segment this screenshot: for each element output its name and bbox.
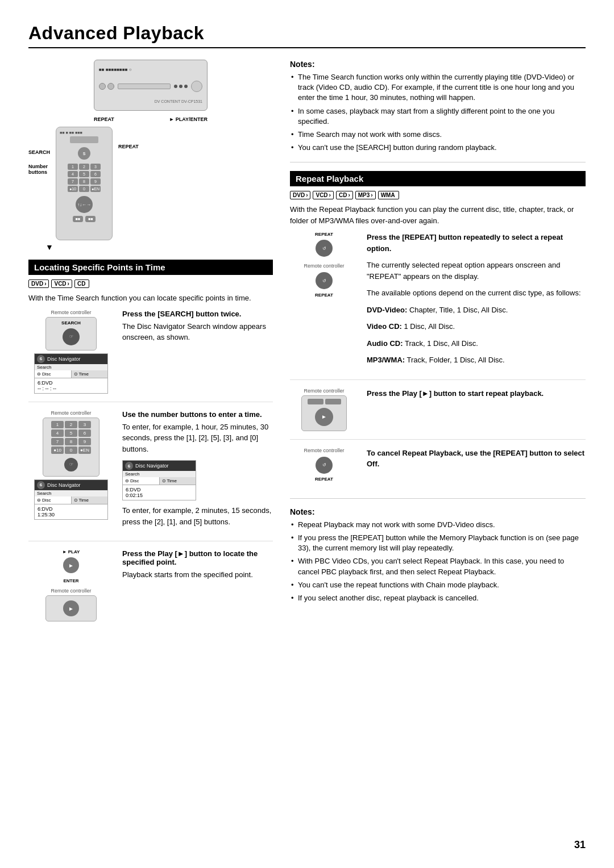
step2-body2: To enter, for example, 2 minutes, 15 sec… [122, 505, 273, 527]
note-4: You can't use the [SEARCH] button during… [290, 143, 586, 153]
rstep2-remote-box: ► [301, 395, 347, 431]
rstep3-repeat-label: REPEAT [315, 477, 333, 482]
remote-controller-device: ■■ ■ ■■ ■■■ S 1 2 3 4 5 6 7 8 9 ●10 [56, 127, 113, 240]
rc-status-row: ■■ ■ ■■ ■■■ [60, 131, 82, 135]
n7: 7 [51, 438, 64, 445]
step1-nav-tabs: ⊖ Disc ⊙ Time [35, 370, 107, 378]
step2-nav-sub1: Search [35, 490, 107, 496]
rstep1-repeat-label: REPEAT [315, 232, 333, 237]
device-inputs [99, 83, 114, 90]
n1: 1 [51, 421, 64, 428]
repeat-step-3: Remote controller ↺ REPEAT To cancel Rep… [290, 448, 586, 490]
play-enter-label: ► PLAY/ENTER [169, 116, 208, 122]
notes-divider [290, 162, 586, 162]
device-labels: REPEAT ► PLAY/ENTER [94, 116, 208, 122]
arrow-indicator: ▼ [45, 243, 273, 252]
rstep2-right: Press the Play [►] button to start repea… [367, 388, 586, 431]
step-2-left: Remote controller 1 2 3 4 5 6 7 8 9 ●10 … [28, 410, 114, 533]
remote-area: SEARCH Numberbuttons ■■ ■ ■■ ■■■ S 1 2 3… [28, 127, 273, 240]
step2-disc-nav-1: 6 Disc Navigator Search ⊖ Disc ⊙ Time 6:… [34, 479, 108, 520]
step-2-row: Remote controller 1 2 3 4 5 6 7 8 9 ●10 … [28, 410, 273, 542]
step2-tab-disc1: ⊖ Disc [35, 496, 72, 504]
rc-misc-btn2: ■■ [85, 216, 96, 222]
rstep1-acd-detail: Audio CD: Track, 1 Disc, All Disc. [367, 338, 586, 349]
rstep1-left: REPEAT ↺ Remote controller ↺ REPEAT [290, 232, 358, 372]
rstep1-mp3-detail: MP3/WMA: Track, Folder, 1 Disc, All Disc… [367, 354, 586, 366]
note-3: Time Search may not work with some discs… [290, 130, 586, 140]
step2-nav-title1: Disc Navigator [47, 482, 81, 488]
rc-bottom-row: ■■ ■■ [73, 216, 96, 222]
rc-num-4: 4 [68, 171, 78, 177]
note-1: The Time Search function works only with… [290, 72, 586, 103]
acd-label: Audio CD: [367, 339, 403, 348]
step1-nav-header: 6 Disc Navigator [35, 354, 107, 364]
locating-intro: With the Time Search function you can lo… [28, 293, 273, 304]
step2-time-val1: 1:25:30 [38, 512, 105, 518]
step2-disc-nav-2: 6 Disc Navigator Search ⊖ Disc ⊙ Time 6:… [122, 460, 196, 500]
repeat-label: REPEAT [94, 116, 114, 122]
rstep2-play-btn: ► [315, 408, 333, 426]
step1-nav-subtitle: Search [35, 364, 107, 370]
n9: 9 [78, 438, 91, 445]
left-labels: SEARCH Numberbuttons [28, 127, 50, 175]
bnote-4: You can't use the repeat functions with … [290, 580, 586, 590]
badge-dvd: DVD [28, 279, 49, 288]
step1-nav-title: Disc Navigator [47, 356, 81, 362]
rstep2-left: Remote controller ► [290, 388, 358, 431]
n10: ●10 [51, 446, 64, 454]
device-illustration: ■■ ■■■■■■■■ ○ DV CONTENT DV-CP1531 [28, 60, 273, 252]
rstep2-btn1 [308, 399, 323, 404]
rstep3-right: To cancel Repeat Playback, use the [REPE… [367, 448, 586, 482]
rstep3-title-bold: To cancel Repeat Playback, use the [REPE… [367, 449, 584, 469]
rc-search-btn: S [78, 147, 90, 160]
n6: 6 [78, 429, 91, 437]
step-1-left: Remote controller SEARCH ☞ 6 Disc Naviga… [28, 310, 114, 394]
step2-nav-sub2: Search [123, 471, 196, 477]
step1-tab-time: ⊙ Time [72, 370, 108, 378]
n2: 2 [65, 421, 77, 428]
repeat-step-1: REPEAT ↺ Remote controller ↺ REPEAT Pres… [290, 232, 586, 380]
note-2: In some cases, playback may start from a… [290, 106, 586, 127]
repeat-badge-mp3: MP3 [355, 191, 376, 199]
device-buttons [174, 85, 188, 88]
rstep1-remote-btn: ↺ [316, 272, 333, 289]
play-label: ► PLAY [63, 549, 80, 554]
badge-vcd: VCD [51, 279, 72, 288]
device-dot1 [174, 85, 177, 88]
rstep1-body: The currently selected repeat option app… [367, 260, 586, 282]
disc-icon2: ⊖ [125, 478, 129, 483]
rstep1-btn: ↺ [316, 240, 333, 257]
rstep2-title: Press the Play [►] button to start repea… [367, 388, 586, 399]
left-column: ■■ ■■■■■■■■ ○ DV CONTENT DV-CP1531 [28, 60, 273, 637]
rstep1-right: Press the [REPEAT] button repeatedly to … [367, 232, 586, 372]
step1-body: The Disc Navigator Search window appears… [122, 321, 273, 343]
repeat-badge-dvd: DVD [290, 191, 310, 199]
step2-tab-disc2: ⊖ Disc [123, 477, 160, 485]
step1-tab-disc: ⊖ Disc [35, 370, 72, 378]
enter-label: ENTER [63, 578, 78, 583]
step2-nav-title2: Disc Navigator [135, 463, 169, 469]
repeat-step-2: Remote controller ► Press the Play [►] b… [290, 388, 586, 440]
rstep3-title: To cancel Repeat Playback, use the [REPE… [367, 448, 586, 470]
badge-cd: CD [74, 279, 89, 288]
page-number: 31 [574, 839, 586, 851]
repeat-badge-wma: WMA [378, 191, 399, 199]
rc-num-7: 7 [68, 178, 78, 185]
rstep1-dvd-detail: DVD-Video: Chapter, Title, 1 Disc, All D… [367, 304, 586, 316]
disc-tab-icon: ⊖ [37, 372, 41, 377]
time-icon1: ⊙ [74, 498, 78, 503]
repeat-badge-cd: CD [336, 191, 353, 199]
bottom-notes-title: Notes: [290, 507, 586, 516]
step2-disc-val1: 6:DVD [38, 506, 105, 512]
repeat-divider [290, 498, 586, 499]
step2-body: To enter, for example, 1 hour, 25 minute… [122, 422, 273, 455]
rc-misc-btn: ■■ [73, 216, 83, 222]
bottom-notes-list: Repeat Playback may not work with some D… [290, 520, 586, 603]
device-row-2 [99, 81, 202, 92]
step2-tab-time1: ⊙ Time [72, 496, 108, 504]
step2-remote-label: Remote controller [51, 410, 91, 416]
n0: 0 [65, 446, 77, 454]
rc-nav-circle: ↑↓←→ [76, 196, 93, 213]
time-tab-icon: ⊙ [74, 372, 78, 377]
step1-search-label: SEARCH [61, 320, 81, 326]
